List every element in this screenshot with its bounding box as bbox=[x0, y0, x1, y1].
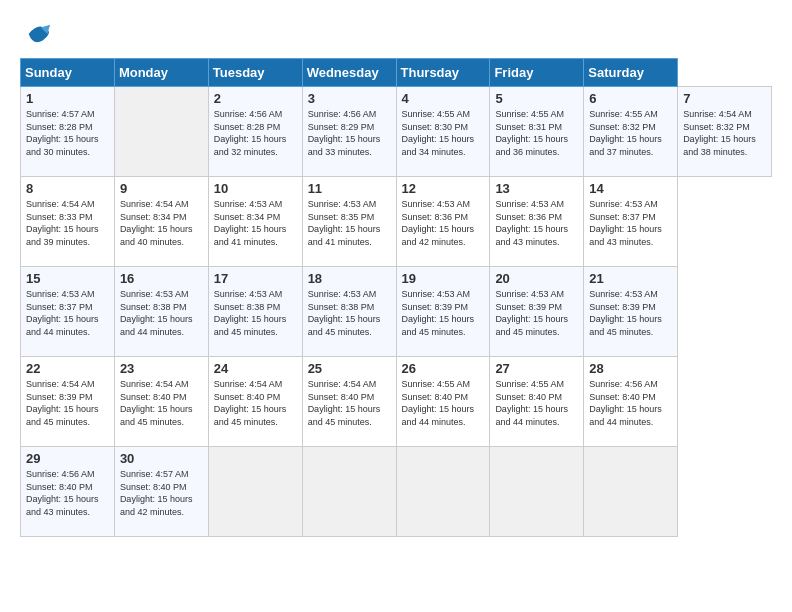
empty-cell bbox=[208, 447, 302, 537]
calendar-week-5: 29Sunrise: 4:56 AMSunset: 8:40 PMDayligh… bbox=[21, 447, 772, 537]
calendar-day-12: 12Sunrise: 4:53 AMSunset: 8:36 PMDayligh… bbox=[396, 177, 490, 267]
calendar-week-4: 22Sunrise: 4:54 AMSunset: 8:39 PMDayligh… bbox=[21, 357, 772, 447]
calendar-day-23: 23Sunrise: 4:54 AMSunset: 8:40 PMDayligh… bbox=[114, 357, 208, 447]
calendar-week-2: 8Sunrise: 4:54 AMSunset: 8:33 PMDaylight… bbox=[21, 177, 772, 267]
calendar-day-13: 13Sunrise: 4:53 AMSunset: 8:36 PMDayligh… bbox=[490, 177, 584, 267]
calendar-day-5: 5Sunrise: 4:55 AMSunset: 8:31 PMDaylight… bbox=[490, 87, 584, 177]
calendar-day-2: 2Sunrise: 4:56 AMSunset: 8:28 PMDaylight… bbox=[208, 87, 302, 177]
calendar-day-6: 6Sunrise: 4:55 AMSunset: 8:32 PMDaylight… bbox=[584, 87, 678, 177]
calendar-week-1: 1Sunrise: 4:57 AMSunset: 8:28 PMDaylight… bbox=[21, 87, 772, 177]
empty-cell bbox=[584, 447, 678, 537]
calendar-day-19: 19Sunrise: 4:53 AMSunset: 8:39 PMDayligh… bbox=[396, 267, 490, 357]
logo-icon bbox=[24, 20, 52, 48]
weekday-thursday: Thursday bbox=[396, 59, 490, 87]
calendar-day-3: 3Sunrise: 4:56 AMSunset: 8:29 PMDaylight… bbox=[302, 87, 396, 177]
calendar-day-30: 30Sunrise: 4:57 AMSunset: 8:40 PMDayligh… bbox=[114, 447, 208, 537]
calendar-day-10: 10Sunrise: 4:53 AMSunset: 8:34 PMDayligh… bbox=[208, 177, 302, 267]
calendar-day-29: 29Sunrise: 4:56 AMSunset: 8:40 PMDayligh… bbox=[21, 447, 115, 537]
weekday-header: SundayMondayTuesdayWednesdayThursdayFrid… bbox=[21, 59, 772, 87]
calendar-day-21: 21Sunrise: 4:53 AMSunset: 8:39 PMDayligh… bbox=[584, 267, 678, 357]
header bbox=[20, 20, 772, 48]
weekday-monday: Monday bbox=[114, 59, 208, 87]
weekday-wednesday: Wednesday bbox=[302, 59, 396, 87]
weekday-friday: Friday bbox=[490, 59, 584, 87]
calendar-day-18: 18Sunrise: 4:53 AMSunset: 8:38 PMDayligh… bbox=[302, 267, 396, 357]
weekday-sunday: Sunday bbox=[21, 59, 115, 87]
weekday-saturday: Saturday bbox=[584, 59, 678, 87]
calendar-body: 1Sunrise: 4:57 AMSunset: 8:28 PMDaylight… bbox=[21, 87, 772, 537]
empty-cell bbox=[396, 447, 490, 537]
calendar-day-7: 7Sunrise: 4:54 AMSunset: 8:32 PMDaylight… bbox=[678, 87, 772, 177]
weekday-tuesday: Tuesday bbox=[208, 59, 302, 87]
calendar-day-14: 14Sunrise: 4:53 AMSunset: 8:37 PMDayligh… bbox=[584, 177, 678, 267]
empty-cell bbox=[114, 87, 208, 177]
calendar-day-20: 20Sunrise: 4:53 AMSunset: 8:39 PMDayligh… bbox=[490, 267, 584, 357]
logo bbox=[20, 20, 52, 48]
calendar-day-17: 17Sunrise: 4:53 AMSunset: 8:38 PMDayligh… bbox=[208, 267, 302, 357]
empty-cell bbox=[302, 447, 396, 537]
calendar-day-26: 26Sunrise: 4:55 AMSunset: 8:40 PMDayligh… bbox=[396, 357, 490, 447]
calendar-day-4: 4Sunrise: 4:55 AMSunset: 8:30 PMDaylight… bbox=[396, 87, 490, 177]
calendar-day-24: 24Sunrise: 4:54 AMSunset: 8:40 PMDayligh… bbox=[208, 357, 302, 447]
empty-cell bbox=[490, 447, 584, 537]
calendar-day-25: 25Sunrise: 4:54 AMSunset: 8:40 PMDayligh… bbox=[302, 357, 396, 447]
calendar-day-28: 28Sunrise: 4:56 AMSunset: 8:40 PMDayligh… bbox=[584, 357, 678, 447]
calendar-day-11: 11Sunrise: 4:53 AMSunset: 8:35 PMDayligh… bbox=[302, 177, 396, 267]
calendar-day-22: 22Sunrise: 4:54 AMSunset: 8:39 PMDayligh… bbox=[21, 357, 115, 447]
calendar-day-9: 9Sunrise: 4:54 AMSunset: 8:34 PMDaylight… bbox=[114, 177, 208, 267]
calendar-day-16: 16Sunrise: 4:53 AMSunset: 8:38 PMDayligh… bbox=[114, 267, 208, 357]
calendar-day-15: 15Sunrise: 4:53 AMSunset: 8:37 PMDayligh… bbox=[21, 267, 115, 357]
calendar-day-1: 1Sunrise: 4:57 AMSunset: 8:28 PMDaylight… bbox=[21, 87, 115, 177]
calendar-day-27: 27Sunrise: 4:55 AMSunset: 8:40 PMDayligh… bbox=[490, 357, 584, 447]
calendar-week-3: 15Sunrise: 4:53 AMSunset: 8:37 PMDayligh… bbox=[21, 267, 772, 357]
calendar-day-8: 8Sunrise: 4:54 AMSunset: 8:33 PMDaylight… bbox=[21, 177, 115, 267]
calendar-table: SundayMondayTuesdayWednesdayThursdayFrid… bbox=[20, 58, 772, 537]
